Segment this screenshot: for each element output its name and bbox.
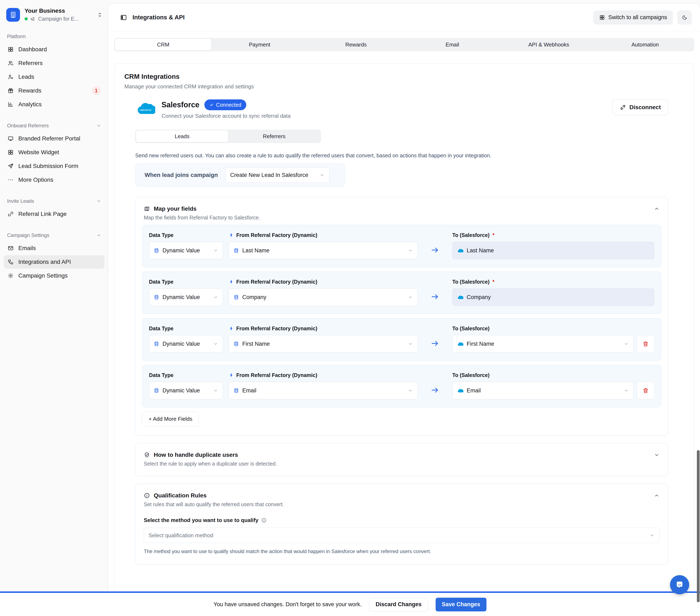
sidebar-item-rewards[interactable]: Rewards 1 (4, 84, 104, 97)
main-panel: Integrations & API Switch to all campaig… (108, 4, 700, 591)
sidebar-item-analytics[interactable]: Analytics (4, 98, 104, 111)
page-title: Integrations & API (133, 14, 185, 21)
provider-row: salesforce Salesforce Connected Connect … (135, 99, 668, 119)
gear-icon (8, 273, 14, 279)
sidebar-item-integrations-and-api[interactable]: Integrations and API (4, 255, 104, 269)
panel-toggle-icon[interactable] (120, 14, 127, 21)
building-icon (12, 13, 14, 17)
tab-email[interactable]: Email (404, 39, 501, 50)
switch-campaigns-button[interactable]: Switch to all campaigns (593, 10, 673, 25)
data-type-select[interactable]: Dynamic Value (149, 382, 223, 399)
tab-payment[interactable]: Payment (211, 39, 308, 50)
disconnect-button[interactable]: Disconnect (612, 99, 668, 115)
grid-icon (8, 149, 14, 156)
database-icon (234, 294, 239, 300)
from-field-select[interactable]: Email (229, 382, 418, 399)
section-label-invite-leads[interactable]: Invite Leads (7, 198, 104, 204)
from-field-select[interactable]: Last Name (229, 242, 418, 259)
field-map-row: Data Type Dynamic Value From Referral Fa… (142, 272, 661, 314)
duplicate-users-card: How to handle duplicate users Select the… (135, 443, 668, 476)
updown-caret-icon (97, 12, 103, 18)
tab-api-webhooks[interactable]: API & Webhooks (501, 39, 597, 50)
moon-icon (682, 14, 688, 21)
section-label-platform: Platform (7, 34, 104, 39)
status-dot (25, 17, 28, 21)
database-icon (154, 341, 159, 347)
delete-row-button[interactable] (637, 382, 654, 399)
send-icon (8, 163, 14, 169)
to-field-readonly: Company (452, 288, 654, 306)
arrow-right-icon (431, 386, 439, 394)
chevron-down-icon (408, 388, 413, 393)
chevron-down-icon[interactable] (654, 452, 660, 458)
bolt-icon (229, 232, 234, 238)
from-field-select[interactable]: Company (229, 288, 418, 306)
data-type-select[interactable]: Dynamic Value (149, 288, 223, 306)
add-more-fields-button[interactable]: + Add More Fields (142, 411, 199, 426)
salesforce-cloud-icon (457, 388, 463, 393)
unsaved-changes-bar: You have unsaved changes. Don't forget t… (0, 591, 700, 616)
chat-icon (675, 580, 684, 590)
sidebar-item-branded-referrer-portal[interactable]: Branded Referrer Portal (4, 132, 104, 145)
qualification-rules-subtitle: Set rules that will auto qualify the ref… (142, 501, 661, 507)
sidebar-item-website-widget[interactable]: Website Widget (4, 146, 104, 159)
database-icon (234, 388, 239, 393)
duplicate-users-subtitle: Select the rule to apply when a duplicat… (142, 461, 661, 467)
unplug-icon (620, 104, 626, 110)
svg-text:salesforce: salesforce (140, 109, 151, 111)
to-field-select[interactable]: First Name (452, 335, 634, 353)
discard-changes-button[interactable]: Discard Changes (369, 597, 428, 612)
chevron-up-icon[interactable] (654, 493, 660, 498)
tab-crm[interactable]: CRM (115, 39, 211, 50)
to-field-select[interactable]: Email (452, 382, 634, 399)
map-icon (144, 206, 150, 212)
save-changes-button[interactable]: Save Changes (436, 597, 487, 612)
arrow-right-icon (431, 246, 439, 254)
subtab-referrers[interactable]: Referrers (228, 131, 320, 142)
required-marker: * (492, 279, 495, 285)
from-field-select[interactable]: First Name (229, 335, 418, 353)
scrollbar-thumb[interactable] (697, 450, 700, 602)
chevron-up-icon[interactable] (654, 206, 660, 212)
arrow-right-icon (431, 293, 439, 301)
chevron-down-icon (624, 341, 629, 346)
business-switcher[interactable]: Your Business Campaign for E... (0, 0, 108, 22)
leads-description: Send new referred users out. You can als… (135, 152, 668, 159)
data-type-select[interactable]: Dynamic Value (149, 335, 223, 353)
field-map-row: Data Type Dynamic Value From Referral Fa… (142, 365, 661, 407)
link-icon (8, 211, 14, 217)
bolt-icon (229, 279, 234, 284)
sidebar-item-emails[interactable]: Emails (4, 242, 104, 255)
qualification-rules-title: Qualification Rules (154, 492, 207, 499)
delete-row-button[interactable] (637, 335, 654, 353)
sidebar-item-label: Analytics (18, 101, 42, 108)
crm-subtitle: Manage your connected CRM integration an… (124, 83, 684, 90)
business-logo (6, 8, 20, 22)
section-label-onboard-referrers[interactable]: Onboard Referrers (7, 123, 104, 128)
dark-mode-toggle[interactable] (677, 10, 692, 25)
sidebar-item-campaign-settings[interactable]: Campaign Settings (4, 269, 104, 282)
sidebar-item-leads[interactable]: Leads (4, 70, 104, 84)
arrow-right-icon (431, 339, 439, 348)
qualification-method-select[interactable]: Select qualification method (144, 528, 660, 543)
sidebar-item-label: Dashboard (18, 46, 47, 53)
sidebar-item-more-options[interactable]: More Options (4, 173, 104, 186)
trash-icon (642, 341, 649, 347)
section-label-campaign-settings[interactable]: Campaign Settings (7, 232, 104, 238)
salesforce-logo: salesforce (135, 100, 155, 116)
sidebar-item-referrers[interactable]: Referrers (4, 57, 104, 70)
provider-name: Salesforce (161, 100, 199, 109)
chat-launcher-button[interactable] (670, 575, 689, 594)
salesforce-cloud-icon (457, 341, 463, 346)
sidebar: Your Business Campaign for E... Platform… (0, 0, 108, 591)
trash-icon (642, 387, 649, 394)
data-type-select[interactable]: Dynamic Value (149, 242, 223, 259)
trigger-action-select[interactable]: Create New Lead In Salesforce (225, 167, 329, 183)
tab-rewards[interactable]: Rewards (308, 39, 404, 50)
tab-automation[interactable]: Automation (597, 39, 693, 50)
dashboard-icon (8, 46, 14, 52)
sidebar-item-referral-link-page[interactable]: Referral Link Page (4, 207, 104, 221)
sidebar-item-dashboard[interactable]: Dashboard (4, 43, 104, 56)
sidebar-item-lead-submission-form[interactable]: Lead Submission Form (4, 159, 104, 173)
subtab-leads[interactable]: Leads (136, 131, 228, 142)
